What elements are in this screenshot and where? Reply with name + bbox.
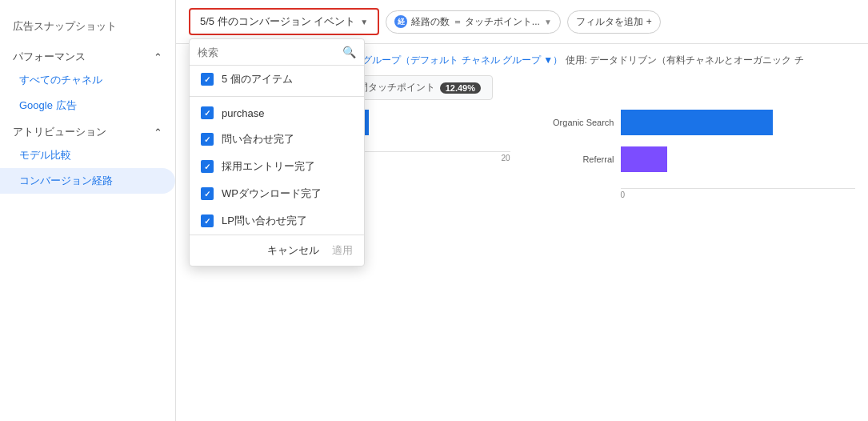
referral-track	[621, 146, 856, 172]
filter-label: フィルタを追加	[576, 15, 643, 29]
dropdown-item-purchase[interactable]: purchase	[190, 100, 364, 126]
plus-icon: +	[646, 16, 652, 27]
sidebar-section-attribution-label: アトリビューション	[13, 125, 106, 139]
sidebar-item-all-channels[interactable]: すべてのチャネル	[0, 67, 175, 93]
dropdown-divider	[190, 96, 364, 97]
dropdown-item-inquiry[interactable]: 問い合わせ完了	[190, 126, 364, 153]
add-filter-button[interactable]: フィルタを追加 +	[567, 10, 661, 34]
referral-label: Referral	[534, 154, 614, 164]
search-input[interactable]	[198, 46, 338, 58]
sidebar-item-conversion-path[interactable]: コンバージョン経路	[0, 168, 175, 194]
search-container: 🔍	[190, 39, 364, 66]
sidebar-section-performance-label: パフォーマンス	[13, 50, 86, 64]
sidebar: 広告スナップショット パフォーマンス ⌃ すべてのチャネル Google 広告 …	[0, 0, 176, 421]
conversion-events-dropdown[interactable]: 5/5 件のコンバージョン イベント ▼	[189, 8, 379, 35]
organic-search-label: Organic Search	[534, 118, 614, 127]
dropdown-item-lp-inquiry[interactable]: LP問い合わせ完了	[190, 207, 364, 235]
inquiry-label: 問い合わせ完了	[222, 132, 294, 146]
sidebar-top-title: 広告スナップショット	[0, 13, 175, 43]
search-icon: 🔍	[342, 46, 356, 58]
all-items-checkbox[interactable]	[201, 73, 214, 86]
all-items-label: 5 個のアイテム	[222, 72, 293, 86]
dropdown-all-items[interactable]: 5 個のアイテム	[190, 66, 364, 93]
organic-search-track	[621, 110, 856, 135]
wp-download-checkbox[interactable]	[201, 187, 214, 200]
dropdown-footer: キャンセル 適用	[190, 235, 364, 266]
chevron-up-icon-2: ⌃	[154, 126, 162, 138]
chip-label: 経路の数 ＝ タッチポイント...	[411, 15, 540, 29]
sidebar-section-performance[interactable]: パフォーマンス ⌃	[0, 43, 175, 67]
referral-bar	[621, 146, 668, 172]
recruitment-label: 採用エントリー完了	[222, 159, 315, 174]
chevron-down-icon: ▼	[360, 18, 368, 26]
dropdown-item-recruitment[interactable]: 採用エントリー完了	[190, 153, 364, 180]
recruitment-checkbox[interactable]	[201, 160, 214, 173]
sidebar-item-model-comparison[interactable]: モデル比較	[0, 142, 175, 168]
dropdown-item-wp-download[interactable]: WPダウンロード完了	[190, 180, 364, 207]
wp-download-label: WPダウンロード完了	[222, 186, 322, 201]
dropdown-label: 5/5 件のコンバージョン イベント	[200, 14, 355, 29]
bar-row-organic-search: Organic Search	[534, 110, 856, 135]
right-x-axis: 0	[621, 188, 856, 199]
main-content: 5/5 件のコンバージョン イベント ▼ 経 経路の数 ＝ タッチポイント...…	[176, 0, 868, 421]
lp-inquiry-checkbox[interactable]	[201, 215, 214, 227]
topbar: 5/5 件のコンバージョン イベント ▼ 経 経路の数 ＝ タッチポイント...…	[176, 0, 868, 44]
sidebar-item-google-ads[interactable]: Google 広告	[0, 93, 175, 118]
cancel-button[interactable]: キャンセル	[267, 243, 319, 258]
conversion-events-panel: 🔍 5 個のアイテム purchase 問い合わせ完了 採用エントリー完了 WP…	[189, 38, 365, 267]
chip-chevron-icon: ▼	[544, 18, 552, 26]
right-chart: Organic Search Referral 0	[534, 110, 856, 199]
inquiry-checkbox[interactable]	[201, 133, 214, 146]
chip-icon: 経	[394, 15, 407, 28]
purchase-label: purchase	[222, 107, 264, 119]
path-count-chip[interactable]: 経 経路の数 ＝ タッチポイント... ▼	[386, 10, 561, 34]
sidebar-section-attribution[interactable]: アトリビューション ⌃	[0, 118, 175, 142]
purchase-checkbox[interactable]	[201, 106, 214, 119]
organic-search-bar	[621, 110, 774, 135]
bar-row-referral: Referral	[534, 146, 856, 172]
middle-touchpoint-badge: 12.49%	[440, 82, 481, 94]
right-bar-chart: Organic Search Referral	[534, 110, 856, 188]
apply-button[interactable]: 適用	[332, 243, 353, 258]
chevron-up-icon: ⌃	[154, 51, 162, 63]
lp-inquiry-label: LP問い合わせ完了	[222, 214, 307, 228]
